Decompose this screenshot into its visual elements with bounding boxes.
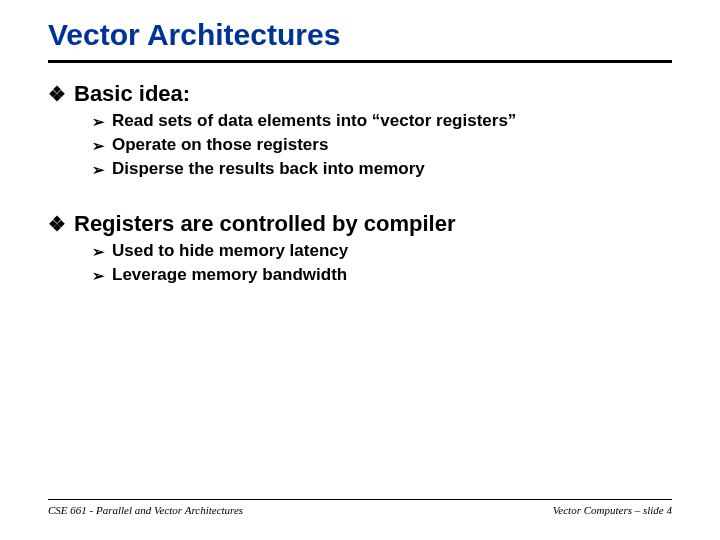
slide-title: Vector Architectures [48, 18, 672, 63]
lvl1-text: Basic idea: [74, 81, 190, 107]
lvl2-text: Read sets of data elements into “vector … [112, 111, 516, 131]
diamond-bullet-icon: ❖ [48, 211, 74, 237]
lvl1-text: Registers are controlled by compiler [74, 211, 455, 237]
bullet-lvl2: ➢ Used to hide memory latency [92, 241, 672, 263]
diamond-bullet-icon: ❖ [48, 81, 74, 107]
lvl2-text: Operate on those registers [112, 135, 328, 155]
footer-left: CSE 661 - Parallel and Vector Architectu… [48, 504, 243, 516]
lvl2-text: Disperse the results back into memory [112, 159, 425, 179]
bullet-lvl2: ➢ Disperse the results back into memory [92, 159, 672, 181]
lvl2-text: Leverage memory bandwidth [112, 265, 347, 285]
arrow-bullet-icon: ➢ [92, 159, 112, 181]
slide-content: ❖ Basic idea: ➢ Read sets of data elemen… [48, 81, 672, 287]
bullet-lvl2: ➢ Operate on those registers [92, 135, 672, 157]
arrow-bullet-icon: ➢ [92, 111, 112, 133]
slide: Vector Architectures ❖ Basic idea: ➢ Rea… [0, 0, 720, 540]
bullet-lvl1: ❖ Registers are controlled by compiler [48, 211, 672, 237]
footer-right: Vector Computers – slide 4 [553, 504, 672, 516]
arrow-bullet-icon: ➢ [92, 135, 112, 157]
bullet-lvl1: ❖ Basic idea: [48, 81, 672, 107]
arrow-bullet-icon: ➢ [92, 265, 112, 287]
bullet-lvl2: ➢ Leverage memory bandwidth [92, 265, 672, 287]
bullet-lvl2: ➢ Read sets of data elements into “vecto… [92, 111, 672, 133]
slide-footer: CSE 661 - Parallel and Vector Architectu… [48, 499, 672, 516]
lvl2-text: Used to hide memory latency [112, 241, 348, 261]
arrow-bullet-icon: ➢ [92, 241, 112, 263]
